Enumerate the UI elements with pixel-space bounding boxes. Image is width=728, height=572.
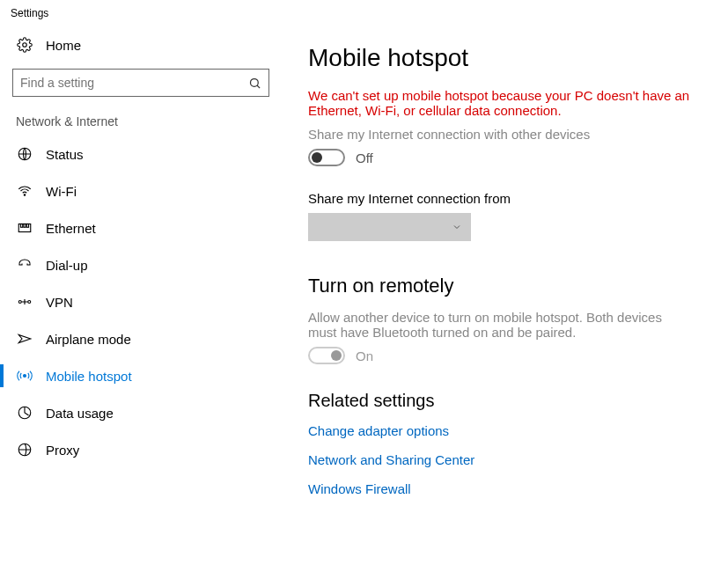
share-connection-toggle[interactable] xyxy=(308,149,345,166)
airplane-icon xyxy=(16,331,33,347)
proxy-icon xyxy=(16,442,33,458)
sidebar-item-proxy[interactable]: Proxy xyxy=(12,431,269,468)
globe-icon xyxy=(16,146,33,162)
search-box[interactable] xyxy=(12,69,269,97)
remote-toggle[interactable] xyxy=(308,347,345,364)
svg-point-0 xyxy=(23,43,27,48)
sidebar-item-mobile-hotspot[interactable]: Mobile hotspot xyxy=(12,357,269,394)
sidebar-item-ethernet[interactable]: Ethernet xyxy=(12,209,269,246)
search-input[interactable] xyxy=(20,76,248,90)
sidebar-item-label: Airplane mode xyxy=(46,332,131,347)
ethernet-icon xyxy=(16,220,33,236)
share-from-dropdown[interactable] xyxy=(308,213,471,241)
phone-icon xyxy=(16,257,33,273)
remote-description: Allow another device to turn on mobile h… xyxy=(308,310,678,340)
category-heading: Network & Internet xyxy=(12,114,269,136)
error-message: We can't set up mobile hotspot because y… xyxy=(308,88,695,118)
home-label: Home xyxy=(46,38,81,53)
search-icon xyxy=(248,77,261,90)
hotspot-icon xyxy=(16,368,33,384)
related-settings-heading: Related settings xyxy=(308,391,702,411)
data-usage-icon xyxy=(16,405,33,421)
sidebar-item-label: Data usage xyxy=(46,406,114,421)
page-title: Mobile hotspot xyxy=(308,44,702,72)
window-title: Settings xyxy=(0,0,728,26)
toggle-state-label: On xyxy=(356,348,373,363)
sidebar-item-vpn[interactable]: VPN xyxy=(12,283,269,320)
sidebar-item-label: VPN xyxy=(46,295,73,310)
svg-point-10 xyxy=(28,301,31,304)
svg-point-9 xyxy=(18,301,21,304)
sidebar-item-label: Status xyxy=(46,147,84,162)
home-button[interactable]: Home xyxy=(12,26,269,69)
svg-rect-8 xyxy=(26,224,28,228)
sidebar-item-dialup[interactable]: Dial-up xyxy=(12,246,269,283)
wifi-icon xyxy=(16,183,33,199)
sidebar-item-status[interactable]: Status xyxy=(12,136,269,172)
share-connection-label: Share my Internet connection with other … xyxy=(308,127,702,142)
remote-section-heading: Turn on remotely xyxy=(308,275,702,297)
chevron-down-icon xyxy=(452,222,462,232)
sidebar-item-label: Ethernet xyxy=(46,221,96,236)
sidebar-item-airplane[interactable]: Airplane mode xyxy=(12,320,269,357)
toggle-state-label: Off xyxy=(356,150,373,165)
sidebar-item-wifi[interactable]: Wi-Fi xyxy=(12,172,269,209)
sidebar-item-data-usage[interactable]: Data usage xyxy=(12,394,269,431)
gear-icon xyxy=(16,37,33,53)
svg-point-11 xyxy=(24,375,26,378)
share-from-label: Share my Internet connection from xyxy=(308,191,702,206)
link-network-sharing-center[interactable]: Network and Sharing Center xyxy=(308,452,702,467)
svg-rect-7 xyxy=(24,224,26,228)
sidebar: Home Network & Internet Status Wi-Fi xyxy=(0,26,282,528)
sidebar-item-label: Mobile hotspot xyxy=(46,369,132,384)
link-change-adapter-options[interactable]: Change adapter options xyxy=(308,423,702,438)
sidebar-item-label: Wi-Fi xyxy=(46,184,77,199)
link-windows-firewall[interactable]: Windows Firewall xyxy=(308,481,702,496)
svg-point-4 xyxy=(24,194,26,196)
svg-rect-6 xyxy=(21,224,23,228)
svg-line-2 xyxy=(257,85,260,88)
sidebar-item-label: Dial-up xyxy=(46,258,88,273)
sidebar-item-label: Proxy xyxy=(46,443,79,458)
vpn-icon xyxy=(16,294,33,310)
svg-point-1 xyxy=(251,78,259,86)
main-content: Mobile hotspot We can't set up mobile ho… xyxy=(282,26,728,528)
